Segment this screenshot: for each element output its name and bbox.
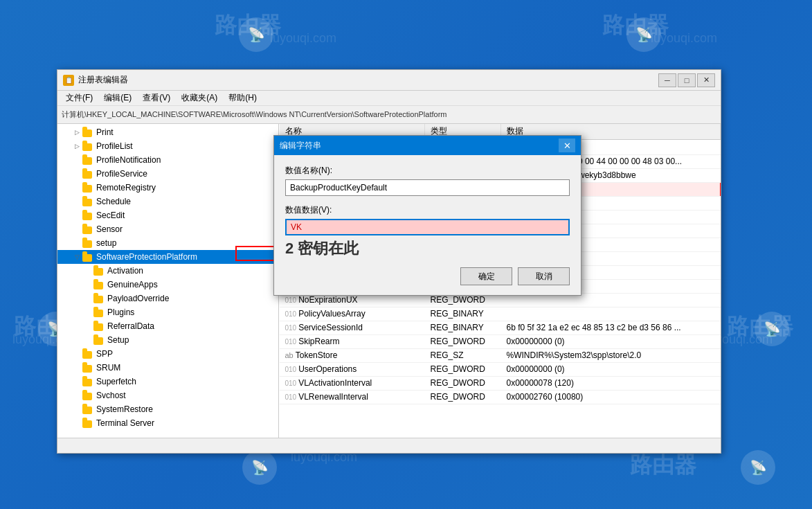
tree-item-svchost[interactable]: Svchost bbox=[57, 389, 278, 402]
reg-name: 010ServiceSessionId bbox=[280, 321, 425, 334]
edit-dialog: 编辑字符串 ✕ 数值名称(N): 数值数据(V): 2 密钥在此 确定 取消 bbox=[273, 135, 581, 296]
tree-item-setup[interactable]: setup bbox=[57, 236, 278, 250]
reg-name: abTokenStore bbox=[280, 348, 425, 362]
menu-file[interactable]: 文件(F) bbox=[60, 91, 98, 105]
tree-item-sensor[interactable]: Sensor bbox=[57, 222, 278, 236]
maximize-button[interactable]: □ bbox=[678, 73, 696, 87]
close-button[interactable]: ✕ bbox=[697, 73, 715, 87]
reg-name: 010VLActivationInterval bbox=[280, 376, 425, 390]
reg-row-policyvaluesarray[interactable]: 010PolicyValuesArray REG_BINARY bbox=[280, 307, 721, 321]
folder-icon bbox=[82, 169, 93, 179]
tree-item-secedit[interactable]: SecEdit bbox=[57, 208, 278, 222]
tree-label: Setup bbox=[107, 335, 129, 345]
menu-bar: 文件(F) 编辑(E) 查看(V) 收藏夹(A) 帮助(H) bbox=[57, 91, 721, 106]
menu-view[interactable]: 查看(V) bbox=[137, 91, 176, 105]
tree-item-superfetch[interactable]: Superfetch bbox=[57, 375, 278, 389]
reg-name: 010SkipRearm bbox=[280, 334, 425, 348]
menu-favorites[interactable]: 收藏夹(A) bbox=[176, 91, 223, 105]
expand-icon bbox=[71, 196, 82, 207]
tree-item-profileservice[interactable]: ProfileService bbox=[57, 167, 278, 181]
tree-item-profilenotification[interactable]: ProfileNotification bbox=[57, 153, 278, 167]
reg-data: %WINDIR%\System32\spp\store\2.0 bbox=[501, 348, 721, 362]
dialog-title-bar: 编辑字符串 ✕ bbox=[274, 136, 581, 155]
expand-icon bbox=[82, 321, 93, 332]
folder-icon bbox=[82, 418, 93, 428]
reg-data: 0x00000000 (0) bbox=[501, 334, 721, 348]
tree-label: Superfetch bbox=[96, 377, 136, 386]
expand-icon: ▷ bbox=[71, 127, 82, 138]
dialog-close-button[interactable]: ✕ bbox=[559, 139, 575, 152]
tree-item-profilelist[interactable]: ▷ ProfileList bbox=[57, 139, 278, 153]
tree-item-softwareprotectionplatform[interactable]: ▽ SoftwareProtectionPlatform bbox=[57, 250, 278, 264]
tree-item-genuineapps[interactable]: GenuineApps bbox=[57, 278, 278, 292]
cancel-button[interactable]: 取消 bbox=[518, 267, 570, 285]
dialog-body: 数值名称(N): 数值数据(V): 2 密钥在此 确定 取消 bbox=[274, 155, 581, 295]
menu-help[interactable]: 帮助(H) bbox=[223, 91, 262, 105]
tree-item-plugins[interactable]: Plugins bbox=[57, 305, 278, 319]
tree-label: ReferralData bbox=[107, 321, 154, 331]
expand-icon bbox=[71, 238, 82, 249]
folder-icon bbox=[93, 335, 105, 345]
reg-row-servicesessionid[interactable]: 010ServiceSessionId REG_BINARY 6b f0 5f … bbox=[280, 321, 721, 334]
tree-item-srum[interactable]: SRUM bbox=[57, 361, 278, 375]
tree-label: Svchost bbox=[96, 391, 126, 400]
reg-row-vlrenewalinterval[interactable]: 010VLRenewalInterval REG_DWORD 0x0000276… bbox=[280, 390, 721, 404]
expand-icon bbox=[71, 404, 82, 415]
step2-annotation: 2 密钥在此 bbox=[285, 238, 570, 259]
reg-name: 010PolicyValuesArray bbox=[280, 307, 425, 321]
expand-icon: ▽ bbox=[71, 251, 82, 262]
reg-type: REG_DWORD bbox=[425, 362, 501, 376]
tree-item-activation[interactable]: Activation bbox=[57, 264, 278, 278]
folder-icon bbox=[82, 155, 93, 165]
reg-row-skiprearm[interactable]: 010SkipRearm REG_DWORD 0x00000000 (0) bbox=[280, 334, 721, 348]
name-input[interactable] bbox=[285, 179, 570, 196]
expand-icon bbox=[71, 224, 82, 235]
tree-item-remoteregistry[interactable]: RemoteRegistry bbox=[57, 181, 278, 195]
tree-label: SRUM bbox=[96, 363, 120, 373]
tree-label: SystemRestore bbox=[96, 404, 153, 414]
expand-icon bbox=[71, 168, 82, 179]
reg-data: 6b f0 5f 32 1a e2 ec 48 85 13 c2 be d3 5… bbox=[501, 321, 721, 334]
reg-row-vlactivationinterval[interactable]: 010VLActivationInterval REG_DWORD 0x0000… bbox=[280, 376, 721, 390]
tree-label: Activation bbox=[107, 266, 143, 276]
dialog-title: 编辑字符串 bbox=[280, 140, 559, 152]
expand-icon bbox=[82, 307, 93, 318]
tree-label: SecEdit bbox=[96, 211, 125, 220]
ok-button[interactable]: 确定 bbox=[460, 267, 512, 285]
folder-icon bbox=[82, 404, 93, 414]
minimize-button[interactable]: ─ bbox=[658, 73, 676, 87]
menu-edit[interactable]: 编辑(E) bbox=[98, 91, 137, 105]
status-bar bbox=[57, 438, 721, 453]
tree-item-schedule[interactable]: Schedule bbox=[57, 195, 278, 208]
expand-icon bbox=[71, 362, 82, 373]
reg-row-useroperations[interactable]: 010UserOperations REG_DWORD 0x00000000 (… bbox=[280, 362, 721, 376]
folder-icon bbox=[82, 238, 93, 248]
tree-item-systemrestore[interactable]: SystemRestore bbox=[57, 402, 278, 416]
expand-icon bbox=[71, 210, 82, 221]
expand-icon bbox=[71, 348, 82, 359]
tree-item-payloadoverride[interactable]: PayloadOverride bbox=[57, 292, 278, 305]
tree-label: Schedule bbox=[96, 197, 131, 206]
reg-name: 010VLRenewalInterval bbox=[280, 390, 425, 404]
data-input[interactable] bbox=[285, 219, 570, 235]
tree-pane[interactable]: ▷ Print ▷ ProfileList ProfileNotificatio… bbox=[57, 124, 279, 438]
reg-name: 010UserOperations bbox=[280, 362, 425, 376]
tree-label: ProfileNotification bbox=[96, 155, 161, 165]
tree-item-terminalserver[interactable]: Terminal Server bbox=[57, 416, 278, 430]
tree-label: setup bbox=[96, 238, 116, 248]
reg-data: 0x00000078 (120) bbox=[501, 376, 721, 390]
folder-icon bbox=[82, 363, 93, 373]
reg-type: REG_SZ bbox=[425, 348, 501, 362]
tree-label: SoftwareProtectionPlatform bbox=[96, 252, 197, 262]
tree-item-setup2[interactable]: Setup bbox=[57, 333, 278, 347]
tree-item-referraldata[interactable]: ReferralData bbox=[57, 319, 278, 333]
tree-item-spp[interactable]: SPP bbox=[57, 347, 278, 361]
expand-icon bbox=[82, 279, 93, 290]
reg-row-tokenstore[interactable]: abTokenStore REG_SZ %WINDIR%\System32\sp… bbox=[280, 348, 721, 362]
folder-icon bbox=[82, 252, 93, 262]
expand-icon bbox=[82, 265, 93, 276]
tree-label: ProfileService bbox=[96, 169, 147, 179]
folder-icon bbox=[82, 377, 93, 386]
reg-data: 0x00000000 (0) bbox=[501, 362, 721, 376]
tree-item-print[interactable]: ▷ Print bbox=[57, 125, 278, 139]
